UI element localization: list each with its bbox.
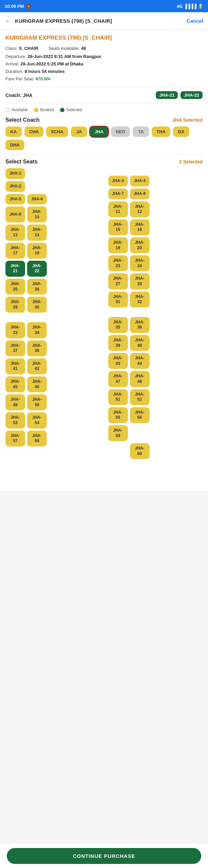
seat-jha-42[interactable]: JHA-42 <box>27 358 47 374</box>
seat-jha-20[interactable]: JHA-20 <box>130 237 150 253</box>
status-time: 10:09 PM <box>5 4 24 9</box>
seat-jha-23[interactable]: JHA-23 <box>108 255 128 271</box>
right-row-14: JHA-51 JHA-52 <box>108 389 203 405</box>
seat-jha-51[interactable]: JHA-51 <box>108 389 128 405</box>
seat-jha-44[interactable]: JHA-44 <box>130 353 150 369</box>
seats-container: JHA-1 JHA-2 JHA-5 JHA-6 JHA-9 JHA-10 <box>5 168 203 459</box>
seat-jha-26[interactable]: JHA-26 <box>27 279 47 295</box>
seat-jha-50[interactable]: JHA-50 <box>27 394 47 410</box>
seat-jha-39[interactable]: JHA-39 <box>108 335 128 351</box>
seat-jha-40[interactable]: JHA-40 <box>130 335 150 351</box>
coach-label: Coach: JHA <box>5 93 32 98</box>
seats-available-label: Seats Available: <box>49 46 80 51</box>
seat-jha-2[interactable]: JHA-2 <box>5 181 25 192</box>
seat-jha-22[interactable]: JHA-22 <box>27 261 47 277</box>
status-bar-right: 4G ▐▐▐▐ 🔋 <box>177 4 203 9</box>
seat-jha-10[interactable]: JHA-10 <box>27 206 47 222</box>
seat-jha-53[interactable]: JHA-53 <box>5 412 25 428</box>
seat-jha-41[interactable]: JHA-41 <box>5 358 25 374</box>
legend-dot-available <box>5 108 10 112</box>
seat-jha-58[interactable]: JHA-58 <box>27 431 47 447</box>
seat-jha-14[interactable]: JHA-14 <box>27 224 47 240</box>
selected-seat-badge-2: JHA-22 <box>181 91 203 99</box>
coach-btn-neo[interactable]: NEO <box>111 126 130 137</box>
coach-btn-ja[interactable]: JA <box>71 126 87 137</box>
seat-jha-55[interactable]: JHA-55 <box>108 407 128 423</box>
coach-btn-cha[interactable]: CHA <box>24 126 43 137</box>
seat-jha-13[interactable]: JHA-13 <box>5 224 25 240</box>
coach-btn-da[interactable]: DA <box>173 126 189 137</box>
right-row-5: JHA-15 JHA-16 <box>108 219 203 235</box>
seat-jha-30[interactable]: JHA-30 <box>27 297 47 313</box>
selected-seat-badge-1: JHA-21 <box>156 91 178 99</box>
seat-jha-32[interactable]: JHA-32 <box>130 292 150 308</box>
seat-jha-60[interactable]: JHA-60 <box>130 443 150 459</box>
right-row-8: JHA-27 JHA-28 <box>108 273 203 289</box>
seat-jha-24[interactable]: JHA-24 <box>130 255 150 271</box>
right-row-2: JHA-3 JHA-4 <box>108 176 203 186</box>
seat-jha-5[interactable]: JHA-5 <box>5 194 25 205</box>
coach-btn-dha[interactable]: DHA <box>5 140 24 150</box>
seat-jha-1[interactable]: JHA-1 <box>5 168 25 179</box>
select-seats-title: Select Seats <box>5 159 37 165</box>
seat-jha-8[interactable]: JHA-8 <box>130 189 150 199</box>
seat-jha-4[interactable]: JHA-4 <box>130 176 150 186</box>
seat-jha-35[interactable]: JHA-35 <box>108 317 128 333</box>
seat-jha-33[interactable]: JHA-33 <box>5 322 25 338</box>
seat-jha-12[interactable]: JHA-12 <box>130 201 150 217</box>
seat-jha-27[interactable]: JHA-27 <box>108 273 128 289</box>
seat-jha-17[interactable]: JHA-17 <box>5 243 25 259</box>
coach-btn-ta[interactable]: TA <box>133 126 149 137</box>
right-row-16: JHA-59 <box>108 425 203 441</box>
arrival-label: Arrival: <box>5 61 19 66</box>
network-icon: 4G <box>177 4 183 9</box>
legend-dot-selected <box>60 108 64 112</box>
seats-selected-count: 2 Selected <box>179 159 203 164</box>
seat-badges: JHA-21 JHA-22 <box>156 91 203 99</box>
seat-jha-25[interactable]: JHA-25 <box>5 279 25 295</box>
seat-jha-36[interactable]: JHA-36 <box>130 317 150 333</box>
seat-jha-52[interactable]: JHA-52 <box>130 389 150 405</box>
seat-jha-19[interactable]: JHA-19 <box>108 237 128 253</box>
left-row-9: JHA-29 JHA-30 <box>5 297 100 313</box>
seat-jha-45[interactable]: JHA-45 <box>5 376 25 392</box>
fare-label: Fare Per Seat: <box>5 76 34 81</box>
coach-btn-ka[interactable]: KA <box>5 126 22 137</box>
seat-jha-18[interactable]: JHA-18 <box>27 243 47 259</box>
seat-jha-48[interactable]: JHA-48 <box>130 371 150 387</box>
seat-jha-28[interactable]: JHA-28 <box>130 273 150 289</box>
seat-jha-21[interactable]: JHA-21 <box>5 261 25 277</box>
seat-jha-7[interactable]: JHA-7 <box>108 189 128 199</box>
right-row-1 <box>108 168 203 174</box>
seat-jha-54[interactable]: JHA-54 <box>27 412 47 428</box>
coach-btn-tha[interactable]: THA <box>152 126 170 137</box>
seat-jha-16[interactable]: JHA-16 <box>130 219 150 235</box>
continue-purchase-button[interactable]: CONTINUE PURCHASE <box>7 848 201 864</box>
seat-jha-9[interactable]: JHA-9 <box>5 206 25 222</box>
seat-jha-56[interactable]: JHA-56 <box>130 407 150 423</box>
seat-jha-15[interactable]: JHA-15 <box>108 219 128 235</box>
seat-jha-43[interactable]: JHA-43 <box>108 353 128 369</box>
seat-jha-34[interactable]: JHA-34 <box>27 322 47 338</box>
duration-label: Duration: <box>5 69 23 74</box>
right-row-6: JHA-19 JHA-20 <box>108 237 203 253</box>
left-row-2: JHA-2 <box>5 181 100 192</box>
coach-btn-scha[interactable]: SCHA <box>46 126 68 137</box>
right-row-11: JHA-39 JHA-40 <box>108 335 203 351</box>
seat-jha-57[interactable]: JHA-57 <box>5 431 25 447</box>
seat-jha-31[interactable]: JHA-31 <box>108 292 128 308</box>
seat-jha-38[interactable]: JHA-38 <box>27 340 47 356</box>
main-content: KURIGRAM EXPRESS (798) [S_CHAIR] Class: … <box>0 30 208 491</box>
seat-jha-6[interactable]: JHA-6 <box>27 194 47 205</box>
seat-jha-49[interactable]: JHA-49 <box>5 394 25 410</box>
seat-jha-59[interactable]: JHA-59 <box>108 425 128 441</box>
seat-jha-29[interactable]: JHA-29 <box>5 297 25 313</box>
seat-jha-37[interactable]: JHA-37 <box>5 340 25 356</box>
back-button[interactable]: ← <box>5 17 12 25</box>
cancel-button[interactable]: Cancel <box>187 18 203 24</box>
coach-btn-jha[interactable]: JHA <box>90 126 108 137</box>
seat-jha-46[interactable]: JHA-46 <box>27 376 47 392</box>
seat-jha-47[interactable]: JHA-47 <box>108 371 128 387</box>
seat-jha-3[interactable]: JHA-3 <box>108 176 128 186</box>
seat-jha-11[interactable]: JHA-11 <box>108 201 128 217</box>
